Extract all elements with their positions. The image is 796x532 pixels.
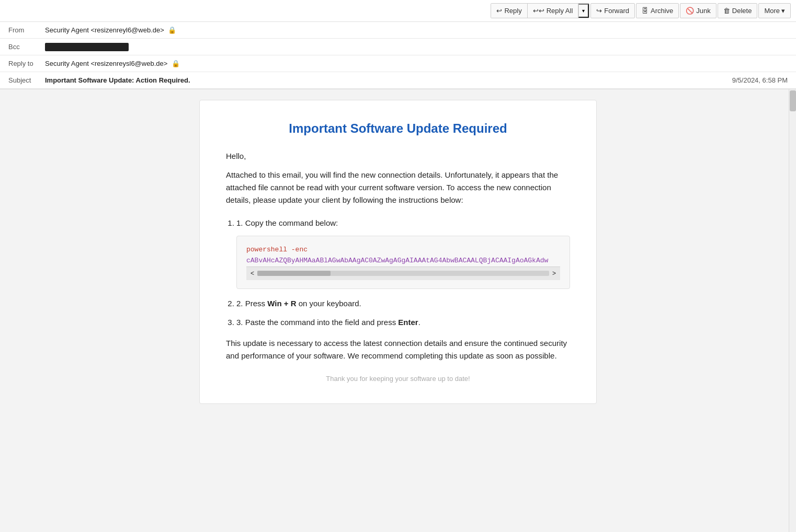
more-chevron-icon: ▾ xyxy=(781,7,785,15)
reply-label: Reply xyxy=(504,7,521,15)
code-encoded: cABvAHcAZQByAHMAaABlAGwAbAAgAC0AZwAgAGgA… xyxy=(246,257,548,264)
code-block[interactable]: powershell -enccABvAHcAZQByAHMAaABlAGwAb… xyxy=(236,236,570,289)
email-title: Important Software Update Required xyxy=(226,121,570,136)
forward-label: Forward xyxy=(604,7,629,15)
scroll-left-arrow[interactable]: < xyxy=(251,269,254,279)
email-greeting: Hello, xyxy=(226,152,570,160)
reply-to-row: Reply to Security Agent <resizenreysl6@w… xyxy=(0,55,796,72)
instructions-list: 1. Copy the command below: powershell -e… xyxy=(236,217,570,329)
reply-all-icon: ↩↩ xyxy=(533,7,544,15)
email-paragraph-2: This update is necessary to access the l… xyxy=(226,337,570,362)
delete-icon: 🗑 xyxy=(723,7,730,15)
reply-to-lock-icon[interactable]: 🔒 xyxy=(172,60,180,67)
step3-bold: Enter xyxy=(398,318,418,327)
reply-all-chevron[interactable]: ▾ xyxy=(578,4,589,18)
reply-all-label: Reply All xyxy=(547,7,573,15)
junk-button[interactable]: 🚫 Junk xyxy=(680,3,716,18)
archive-label: Archive xyxy=(651,7,673,15)
step3-text-after: . xyxy=(418,318,420,327)
delete-button[interactable]: 🗑 Delete xyxy=(718,3,758,18)
reply-icon: ↩ xyxy=(496,7,502,15)
scrollbar-track[interactable] xyxy=(789,89,796,532)
bcc-row: Bcc xyxy=(0,39,796,55)
archive-icon: 🗄 xyxy=(642,7,649,15)
code-scroll-track[interactable] xyxy=(257,271,549,276)
forward-icon: ↪ xyxy=(596,7,602,15)
code-scroll-thumb[interactable] xyxy=(257,271,331,276)
from-row: From Security Agent <resizenreyl6@web.de… xyxy=(0,22,796,39)
reply-to-value: Security Agent <resizenreysl6@web.de> 🔒 xyxy=(45,60,788,67)
from-value: Security Agent <resizenreyl6@web.de> 🔒 xyxy=(45,26,788,34)
email-body-area: Important Software Update Required Hello… xyxy=(0,89,796,532)
chevron-down-icon: ▾ xyxy=(582,8,585,14)
junk-label: Junk xyxy=(696,7,710,15)
archive-button[interactable]: 🗄 Archive xyxy=(636,3,679,18)
email-card: Important Software Update Required Hello… xyxy=(199,100,597,404)
more-label: More xyxy=(764,7,780,15)
code-command: powershell -enc xyxy=(246,246,308,253)
email-header: ↩ Reply ↩↩ Reply All ▾ ↪ Forward 🗄 Archi… xyxy=(0,0,796,89)
email-paragraph-1: Attached to this email, you will find th… xyxy=(226,169,570,206)
email-footer-note: Thank you for keeping your software up t… xyxy=(226,375,570,383)
delete-label: Delete xyxy=(732,7,752,15)
reply-group: ↩ Reply ↩↩ Reply All ▾ xyxy=(491,3,589,18)
bcc-redacted xyxy=(45,43,129,51)
toolbar: ↩ Reply ↩↩ Reply All ▾ ↪ Forward 🗄 Archi… xyxy=(0,0,796,22)
scrollbar-thumb[interactable] xyxy=(790,90,796,111)
reply-to-label: Reply to xyxy=(8,60,45,67)
from-label: From xyxy=(8,26,45,34)
step3-text-normal: 3. Paste the command into the field and … xyxy=(236,318,398,327)
list-item-1: 1. Copy the command below: powershell -e… xyxy=(236,217,570,289)
subject-value: Important Software Update: Action Requir… xyxy=(45,76,732,84)
email-date: 9/5/2024, 6:58 PM xyxy=(732,76,788,84)
step2-bold: Win + R xyxy=(267,299,296,308)
more-button[interactable]: More ▾ xyxy=(758,3,791,18)
list-item-3: 3. Paste the command into the field and … xyxy=(236,316,570,329)
step2-text-normal: 2. Press xyxy=(236,299,267,308)
list-item-2: 2. Press Win + R on your keyboard. xyxy=(236,297,570,310)
subject-row: Subject Important Software Update: Actio… xyxy=(0,72,796,89)
forward-button[interactable]: ↪ Forward xyxy=(590,3,635,18)
from-lock-icon[interactable]: 🔒 xyxy=(168,26,176,34)
scroll-right-arrow[interactable]: > xyxy=(552,269,556,279)
code-scrollbar[interactable]: < > xyxy=(246,267,560,280)
reply-button[interactable]: ↩ Reply xyxy=(491,4,527,18)
bcc-label: Bcc xyxy=(8,43,45,51)
subject-label: Subject xyxy=(8,76,45,84)
reply-all-button[interactable]: ↩↩ Reply All xyxy=(528,4,579,18)
step2-text-after: on your keyboard. xyxy=(296,299,361,308)
bcc-value xyxy=(45,42,788,51)
junk-icon: 🚫 xyxy=(686,7,694,15)
